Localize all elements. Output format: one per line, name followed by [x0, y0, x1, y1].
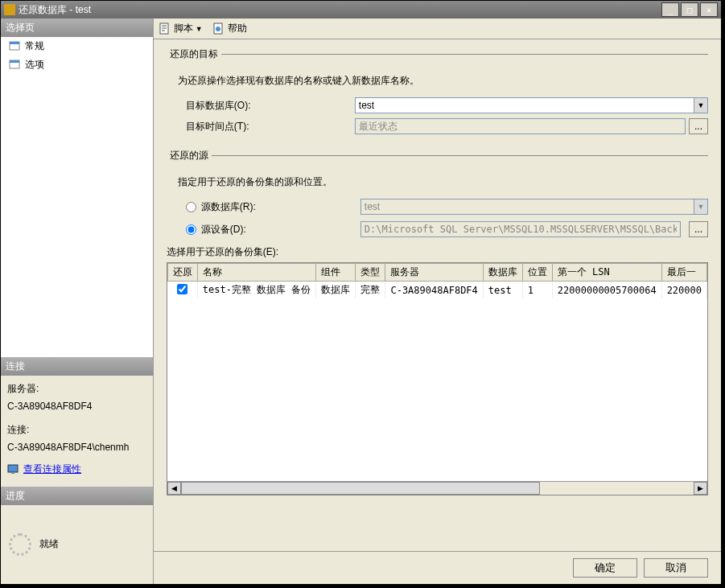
- select-page-header: 选择页: [1, 19, 153, 37]
- cell-server: C-3A89048AF8DF4: [385, 282, 483, 299]
- cell-database: test: [483, 282, 522, 299]
- progress-section: 就绪: [1, 505, 153, 584]
- target-db-combo[interactable]: test ▼: [355, 97, 708, 113]
- toolbar: 脚本 ▼ 帮助: [154, 19, 721, 39]
- cell-last-lsn: 220000: [661, 282, 706, 299]
- source-db-radio[interactable]: [186, 202, 196, 212]
- target-desc: 为还原操作选择现有数据库的名称或键入新数据库名称。: [178, 74, 708, 88]
- target-time-label: 目标时间点(T):: [186, 120, 355, 134]
- device-browse-button[interactable]: ...: [689, 221, 708, 237]
- scroll-thumb[interactable]: [181, 482, 540, 495]
- cell-name: test-完整 数据库 备份: [197, 282, 316, 299]
- restore-db-window: 还原数据库 - test _ □ ✕ 选择页 常规 选项 连接 服务器:: [0, 0, 722, 585]
- server-value: C-3A89048AF8DF4: [7, 398, 146, 416]
- dropdown-arrow-icon[interactable]: ▼: [694, 98, 707, 113]
- page-nav: 常规 选项: [1, 37, 153, 357]
- cell-first-lsn: 22000000005700064: [552, 282, 661, 299]
- nav-general[interactable]: 常规: [1, 37, 153, 56]
- time-browse-button[interactable]: ...: [689, 118, 708, 134]
- restore-source-group: 还原的源 指定用于还原的备份集的源和位置。 源数据库(R): test ▼ 源设…: [167, 149, 708, 495]
- close-button[interactable]: ✕: [700, 2, 718, 17]
- page-icon: [9, 60, 22, 71]
- cell-component: 数据库: [316, 282, 356, 299]
- col-database[interactable]: 数据库: [483, 264, 522, 282]
- maximize-button[interactable]: □: [681, 2, 698, 17]
- spinner-icon: [9, 533, 31, 556]
- horizontal-scrollbar[interactable]: ◀ ▶: [167, 481, 707, 495]
- dropdown-arrow-icon: ▼: [694, 199, 707, 214]
- script-icon: [159, 23, 171, 35]
- target-legend: 还原的目标: [167, 47, 221, 61]
- source-device-label: 源设备(D):: [201, 223, 360, 236]
- help-icon: [212, 23, 225, 35]
- source-desc: 指定用于还原的备份集的源和位置。: [178, 175, 708, 189]
- dropdown-arrow-icon: ▼: [196, 25, 203, 33]
- col-name[interactable]: 名称: [197, 264, 316, 282]
- col-server[interactable]: 服务器: [385, 264, 483, 282]
- cell-type: 完整: [356, 282, 385, 299]
- target-time-input[interactable]: [355, 118, 686, 134]
- scroll-left-button[interactable]: ◀: [167, 482, 181, 495]
- svg-point-8: [216, 27, 220, 31]
- window-title: 还原数据库 - test: [19, 3, 660, 17]
- conn-value: C-3A89048AF8DF4\chenmh: [7, 439, 146, 457]
- source-device-input[interactable]: [360, 221, 681, 237]
- titlebar[interactable]: 还原数据库 - test _ □ ✕: [1, 1, 721, 19]
- col-first-lsn[interactable]: 第一个 LSN: [552, 264, 661, 282]
- scroll-right-button[interactable]: ▶: [694, 482, 707, 495]
- source-legend: 还原的源: [167, 149, 212, 162]
- source-db-label: 源数据库(R):: [201, 200, 360, 214]
- right-panel: 脚本 ▼ 帮助 还原的目标 为还原操作选择现有数据库的名称或键入新数据库名称。 …: [154, 19, 721, 584]
- col-type[interactable]: 类型: [356, 264, 385, 282]
- restore-checkbox[interactable]: [177, 284, 187, 294]
- col-restore[interactable]: 还原: [167, 264, 197, 282]
- left-panel: 选择页 常规 选项 连接 服务器: C-3A89048AF8DF4 连接: C-…: [1, 19, 154, 584]
- server-label: 服务器:: [7, 380, 146, 398]
- app-icon: [4, 4, 15, 15]
- source-device-radio[interactable]: [186, 224, 196, 235]
- connection-info: 服务器: C-3A89048AF8DF4 连接: C-3A89048AF8DF4…: [1, 376, 153, 487]
- progress-status: 就绪: [39, 537, 59, 551]
- col-position[interactable]: 位置: [522, 264, 552, 282]
- page-icon: [9, 41, 22, 52]
- minimize-button[interactable]: _: [661, 2, 679, 17]
- source-db-combo: test ▼: [360, 199, 708, 215]
- view-connection-props-link[interactable]: 查看连接属性: [7, 461, 81, 479]
- progress-header: 进度: [1, 487, 153, 505]
- nav-label: 选项: [25, 58, 44, 72]
- cell-position: 1: [522, 282, 552, 299]
- backup-sets-label: 选择用于还原的备份集(E):: [167, 245, 708, 259]
- svg-rect-4: [8, 465, 18, 472]
- table-row[interactable]: test-完整 数据库 备份 数据库 完整 C-3A89048AF8DF4 te…: [167, 282, 706, 299]
- cancel-button[interactable]: 取消: [644, 558, 708, 578]
- svg-rect-1: [10, 42, 19, 44]
- svg-rect-5: [11, 472, 14, 474]
- col-component[interactable]: 组件: [316, 264, 356, 282]
- svg-rect-3: [10, 60, 19, 63]
- nav-label: 常规: [25, 39, 44, 53]
- restore-target-group: 还原的目标 为还原操作选择现有数据库的名称或键入新数据库名称。 目标数据库(O)…: [167, 47, 708, 139]
- content-area: 还原的目标 为还原操作选择现有数据库的名称或键入新数据库名称。 目标数据库(O)…: [154, 39, 721, 551]
- ok-button[interactable]: 确定: [573, 558, 637, 578]
- conn-label: 连接:: [7, 421, 146, 439]
- col-last-lsn[interactable]: 最后一: [661, 264, 706, 282]
- connection-header: 连接: [1, 357, 153, 376]
- target-db-label: 目标数据库(O):: [186, 99, 355, 113]
- nav-options[interactable]: 选项: [1, 56, 153, 74]
- script-button[interactable]: 脚本 ▼: [159, 22, 203, 35]
- button-bar: 确定 取消: [154, 551, 721, 584]
- backup-sets-grid[interactable]: 还原 名称 组件 类型 服务器 数据库 位置 第一个 LSN 最后一: [167, 262, 708, 495]
- help-button[interactable]: 帮助: [212, 22, 247, 35]
- monitor-icon: [7, 464, 20, 475]
